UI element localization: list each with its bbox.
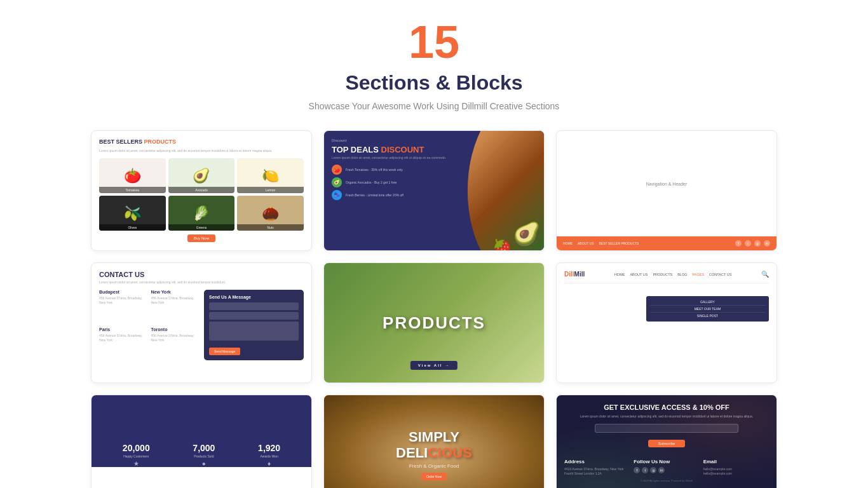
nav-pages[interactable]: PAGES [693,273,705,276]
footer-social-col: Follow Us Now f t g in [634,459,699,476]
hero-number: 15 [13,19,855,65]
deal-item: 🥑 Organic Avocados - Buy 2 get 1 free [332,177,536,187]
stat-customers-icon: ★ [123,460,150,467]
newsletter-copyright: © 2023 All rights reserved. Powered by D… [564,479,769,482]
nav-items: HOME ABOUT US PRODUCTS BLOG PAGES CONTAC… [614,273,731,276]
nav-search-icon[interactable]: 🔍 [761,271,769,278]
nav-blog[interactable]: BLOG [677,273,687,276]
top-deals-desc: Lorem ipsum dolor sit amet, consectetur … [332,156,536,159]
footer-social-icons: f t g in [634,467,699,473]
contact-city-paris: Paris 456 Avenue D'Iéna, Broadway, New Y… [99,327,147,361]
city-name-toronto: Toronto [151,327,200,332]
logo-part1: Dill [564,271,574,278]
card-best-sellers: BEST SELLERS PRODUCTS Lorem ipsum dolor … [91,130,312,251]
contact-desc: Lorem ipsum dolor sit amet, consectetur … [99,280,304,285]
contact-submit-button[interactable]: Send Message [209,348,240,355]
card-top-deals: 🥑 🍓 Discount TOP DEALS DISCOUNT Lorem ip… [323,130,545,251]
best-sellers-desc: Lorem ipsum dolor sit amet, consectetur … [99,149,304,153]
nav-logo: DillMill [564,271,585,278]
newsletter-inner: GET EXCLUSIVE ACCESS & 10% OFF Lorem ips… [564,403,769,482]
contact-locations: Budapest 456 Avenue D'Iéna, Broadway, Ne… [99,290,199,360]
stat-awards-icon: ♦ [258,460,280,467]
footer-address-text: 4419 Avenue D'Iéna, Broadway, New York F… [564,467,630,476]
page-wrapper: 15 Sections & Blocks Showcase Your Aweso… [0,0,868,488]
city-name-paris: Paris [99,327,147,332]
deal-icon-3: 🫐 [332,190,342,200]
nav-about[interactable]: ABOUT US [630,273,648,276]
deal-text-2: Organic Avocados - Buy 2 get 1 free [346,180,397,185]
footer-linkedin-icon[interactable]: in [658,467,665,473]
city-name-newyork: New York [151,290,200,294]
deal-icon-1: 🍅 [332,165,342,175]
card-newsletter: GET EXCLUSIVE ACCESS & 10% OFF Lorem ips… [556,395,777,488]
social-google-icon[interactable]: g [754,240,761,247]
contact-city-toronto: Toronto 456 Avenue D'Iéna, Broadway, New… [151,327,200,361]
food-item-tomatoes[interactable]: 🍅 Tomatoes [99,158,166,193]
card-navigation-menu: DillMill HOME ABOUT US PRODUCTS BLOG PAG… [556,262,777,383]
nav-home[interactable]: HOME [614,273,625,276]
hero-title: Sections & Blocks [13,71,855,95]
announce-bar-strip: HOME ABOUT US BEST SELLER PRODUCTS f t g… [557,236,776,250]
nav-products[interactable]: PRODUCTS [653,273,672,276]
avocado-bg-icon: 🥑 [513,221,541,247]
simply-subtitle: Fresh & Organic Food [396,463,472,469]
social-facebook-icon[interactable]: f [735,240,742,247]
food-item-lemon[interactable]: 🍋 Lemon [237,158,304,193]
hero-subtitle: Showcase Your Awesome Work Using Dillmil… [13,101,855,111]
card-products-banner: PRODUCTS View All → [323,262,545,383]
contact-email-input[interactable] [209,312,299,320]
contact-message-input[interactable] [209,322,299,341]
best-sellers-accent: PRODUCTS [144,139,177,145]
cards-grid: BEST SELLERS PRODUCTS Lorem ipsum dolor … [91,130,777,488]
footer-address-title: Address [564,459,630,464]
announce-nav-home[interactable]: HOME [563,241,573,245]
products-view-all-button[interactable]: View All → [410,361,458,370]
city-detail-budapest: 456 Avenue D'Iéna, Broadway, New York [99,296,147,305]
dropdown-gallery[interactable]: GALLERY [650,299,765,306]
stats-row: 20,000 Happy Customers ★ 7,000 Products … [101,443,302,467]
stat-customers: 20,000 Happy Customers ★ [123,443,150,467]
dropdown-single-post[interactable]: SINGLE POST [650,313,765,319]
stat-products: 7,000 Products Sold ● [193,443,215,467]
announce-nav-about[interactable]: ABOUT US [578,241,593,245]
simply-order-button[interactable]: Order Now [421,473,447,480]
card-simply-delicious: SIMPLY DELICIOUS Fresh & Organic Food Or… [323,395,545,488]
stat-awards: 1,920 Awards Won ♦ [258,443,280,467]
nuts-label: Nuts [237,224,304,231]
simply-cious: CIOUS [428,445,472,461]
newsletter-email-input[interactable] [595,424,738,433]
newsletter-subscribe-button[interactable]: Subscribe [648,440,686,447]
stat-customers-number: 20,000 [123,443,150,453]
simply-deli: DELI [396,445,428,461]
berries-bg-icon: 🍓 [492,238,512,251]
nav-contact[interactable]: CONTACT US [709,273,731,276]
social-linkedin-icon[interactable]: in [764,240,770,247]
footer-google-icon[interactable]: g [650,467,656,473]
food-item-olives[interactable]: 🫒 Olives [99,196,166,231]
deal-item: 🫐 Fresh Berries - Limited time offer 20%… [332,190,536,200]
top-deals-inner: Discount TOP DEALS DISCOUNT Lorem ipsum … [324,131,544,208]
lemon-label: Lemon [237,187,304,193]
top-deals-accent: DISCOUNT [381,145,424,154]
food-item-greens[interactable]: 🥬 Greens [168,196,235,231]
buy-now-button[interactable]: Buy Now [187,234,215,242]
announce-nav-products[interactable]: BEST SELLER PRODUCTS [599,241,639,245]
contact-title: CONTACT US [99,271,304,278]
stat-customers-label: Happy Customers [123,454,150,458]
simply-title: SIMPLY DELICIOUS [396,430,472,460]
dropdown-meet-team[interactable]: MEET OUR TEAM [650,306,765,313]
social-twitter-icon[interactable]: t [745,240,751,247]
contact-city-budapest: Budapest 456 Avenue D'Iéna, Broadway, Ne… [99,290,147,323]
announce-body-text: Navigation & Header [646,182,688,186]
stat-awards-label: Awards Won [258,454,280,458]
deal-item: 🍅 Fresh Tomatoes - 30% off this week onl… [332,165,536,175]
food-item-avocado[interactable]: 🥑 Avocado [168,158,235,193]
contact-name-input[interactable] [209,302,299,310]
footer-twitter-icon[interactable]: t [642,467,648,473]
food-item-nuts[interactable]: 🌰 Nuts [237,196,304,231]
products-banner-title: PRODUCTS [383,313,485,333]
footer-facebook-icon[interactable]: f [634,467,640,473]
greens-label: Greens [168,224,235,231]
newsletter-footer: Address 4419 Avenue D'Iéna, Broadway, Ne… [564,459,769,476]
contact-form-title: Send Us A Message [209,295,299,299]
